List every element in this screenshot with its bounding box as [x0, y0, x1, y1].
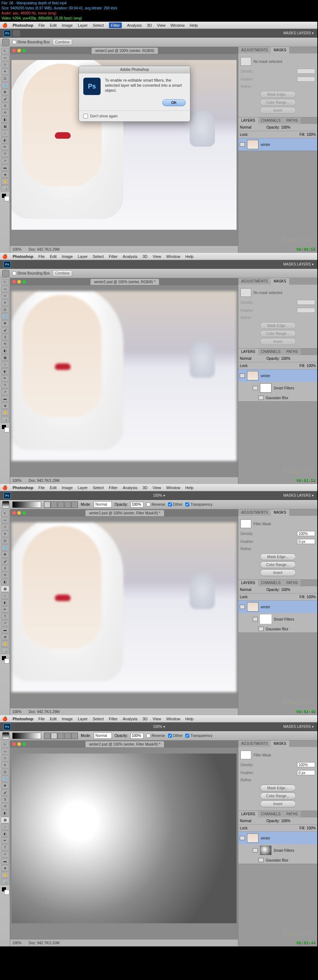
tools-panel: ↖▭⊃✦⊡💧✚🖌⊻⟲◧▦○◐✒T↗▬◈✋🔍: [0, 278, 10, 484]
hand-tool-icon[interactable]: ✋: [1, 178, 9, 185]
ok-button[interactable]: OK: [162, 99, 186, 106]
layer-winter[interactable]: winter: [238, 369, 317, 382]
radial-gradient-icon[interactable]: [51, 501, 57, 508]
timestamp: 00:00:56: [296, 247, 315, 251]
zoom-level[interactable]: 100%: [12, 247, 22, 251]
invert-button[interactable]: Invert: [260, 107, 296, 114]
filter-mask-thumb-gradient: [260, 846, 272, 855]
fill-input[interactable]: 100%: [307, 132, 316, 137]
dont-show-check[interactable]: [83, 114, 88, 118]
options-bar: Show Bounding Box Combine: [0, 38, 317, 47]
history-tool-icon[interactable]: ⟲: [1, 110, 9, 116]
filter-mask-view: +: [11, 754, 237, 923]
video-metadata: File: 08 - Manipulating depth of field.m…: [0, 0, 318, 22]
path-tool-icon[interactable]: ↗: [1, 158, 9, 164]
3d-tool-icon[interactable]: ◈: [1, 171, 9, 178]
smart-filter-dialog: Adobe Photoshop Ps To enable re-editable…: [79, 66, 190, 122]
status-bar: 100% Doc: 942.7K/1.29M: [10, 246, 238, 253]
eraser-tool-icon[interactable]: ◧: [1, 116, 9, 123]
dialog-title: Adobe Photoshop: [79, 66, 190, 73]
application-bar: Ps MASKS LAYERS ▾: [0, 29, 317, 38]
opacity-input[interactable]: 100%: [281, 125, 291, 129]
linear-gradient-icon[interactable]: [44, 501, 51, 508]
dodge-tool-icon[interactable]: ◐: [1, 137, 9, 143]
gradient-tool-icon[interactable]: ▦: [1, 123, 9, 130]
stamp-tool-icon[interactable]: ⊻: [1, 103, 9, 109]
document-tabbar: winter2.psd @ 100% (winter, RGB/8): [10, 47, 238, 54]
smart-filters-row[interactable]: Smart Filters: [238, 382, 317, 394]
brush-tool-icon[interactable]: 🖌: [1, 96, 9, 102]
mode-select[interactable]: Normal: [94, 501, 112, 508]
screenshot-2: 🍎 Photoshop FileEditImageLayerSelectFilt…: [0, 253, 317, 484]
mask-edge-button[interactable]: Mask Edge...: [260, 91, 296, 98]
density-input[interactable]: 100%: [297, 531, 315, 536]
ps-dialog-icon: Ps: [83, 78, 101, 95]
blur-tool-icon[interactable]: ○: [1, 130, 9, 137]
blend-mode-select[interactable]: Normal: [240, 125, 265, 129]
reverse-check[interactable]: Reverse: [146, 503, 165, 506]
apple-menu-icon[interactable]: 🍎: [2, 23, 8, 28]
workspace-menu[interactable]: MASKS LAYERS ▾: [283, 31, 314, 35]
tool-preset-icon[interactable]: [2, 39, 9, 46]
heal-tool-icon[interactable]: ✚: [1, 89, 9, 95]
gaussian-blur-row[interactable]: Gaussian Blur: [238, 394, 317, 401]
bridge-icon[interactable]: [13, 30, 20, 37]
angle-gradient-icon[interactable]: [58, 501, 64, 508]
canvas-area[interactable]: Adobe Photoshop Ps To enable re-editable…: [10, 54, 238, 246]
dialog-message: To enable re-editable smart filters, the…: [105, 78, 186, 95]
menu-filter[interactable]: Filter: [109, 22, 122, 28]
dither-check[interactable]: Dither: [168, 503, 183, 506]
type-tool-icon[interactable]: T: [1, 151, 9, 157]
transparency-check[interactable]: Transparency: [185, 503, 212, 506]
gradient-options-bar: Mode:Normal Opacity:100% Reverse Dither …: [0, 500, 317, 509]
layer-winter[interactable]: winter: [238, 138, 317, 151]
document-tab[interactable]: winter2.psd @ 100% (winter, RGB/8): [92, 48, 158, 54]
watermark: lynda.com: [283, 235, 314, 244]
show-bounding-box-check[interactable]: Show Bounding Box: [12, 40, 50, 44]
adjustments-tab[interactable]: ADJUSTMENTS: [238, 47, 271, 54]
wand-tool-icon[interactable]: ✦: [1, 68, 9, 75]
panels-area: ADJUSTMENTSMASKS No mask selected Densit…: [238, 47, 317, 253]
zoom-tool-icon[interactable]: 🔍: [1, 185, 9, 191]
color-swatches[interactable]: [1, 193, 9, 203]
doc-size[interactable]: Doc: 942.7K/1.29M: [29, 247, 60, 251]
channels-tab[interactable]: CHANNELS: [258, 118, 283, 124]
color-range-button[interactable]: Color Range...: [260, 99, 296, 106]
ps-icon[interactable]: Ps: [3, 30, 11, 37]
gradient-type-buttons: [44, 501, 78, 508]
radial-gradient-icon[interactable]: [51, 733, 57, 739]
marquee-tool-icon[interactable]: ▭: [1, 54, 9, 61]
filter-mask-thumb: [260, 614, 272, 624]
shape-tool-icon[interactable]: ▬: [1, 164, 9, 171]
screenshot-1: 🍎 Photoshop File Edit Image Layer Select…: [0, 22, 317, 253]
gradient-tool-icon[interactable]: [2, 501, 9, 508]
masks-tab[interactable]: MASKS: [271, 47, 289, 54]
gradient-picker[interactable]: [12, 501, 41, 508]
opacity-input[interactable]: 100%: [131, 502, 144, 508]
visibility-icon[interactable]: [240, 142, 245, 146]
diamond-gradient-icon[interactable]: [71, 501, 78, 508]
pen-tool-icon[interactable]: ✒: [1, 144, 9, 150]
crosshair-icon: +: [44, 896, 47, 902]
combine-button[interactable]: Combine: [53, 39, 72, 45]
app-menu[interactable]: Photoshop: [13, 23, 33, 27]
lasso-tool-icon[interactable]: ⊃: [1, 61, 9, 68]
filter-mask-thumb[interactable]: [240, 519, 251, 528]
reflected-gradient-icon[interactable]: [65, 501, 71, 508]
mac-menubar: 🍎 Photoshop FileEditImageLayerSelectFilt…: [0, 253, 317, 260]
screenshot-3: 🍎PhotoshopFileEditImageLayerSelectFilter…: [0, 484, 317, 715]
mask-thumb-icon: [240, 57, 251, 66]
tools-panel: ↖ ▭ ⊃ ✦ ⊡ 💧 ✚ 🖌 ⊻ ⟲ ◧ ▦ ○ ◐ ✒ T ↗ ▬ ◈ ✋ …: [0, 47, 10, 253]
mac-menubar: 🍎 Photoshop File Edit Image Layer Select…: [0, 22, 317, 29]
feather-input[interactable]: 0 px: [297, 539, 315, 544]
eyedropper-tool-icon[interactable]: 💧: [1, 82, 9, 89]
paths-tab[interactable]: PATHS: [283, 118, 301, 124]
crop-tool-icon[interactable]: ⊡: [1, 75, 9, 82]
layers-tab[interactable]: LAYERS: [238, 118, 258, 124]
screenshot-4: 🍎PhotoshopFileEditImageLayerSelectFilter…: [0, 715, 317, 947]
move-tool-icon[interactable]: ↖: [1, 48, 9, 54]
